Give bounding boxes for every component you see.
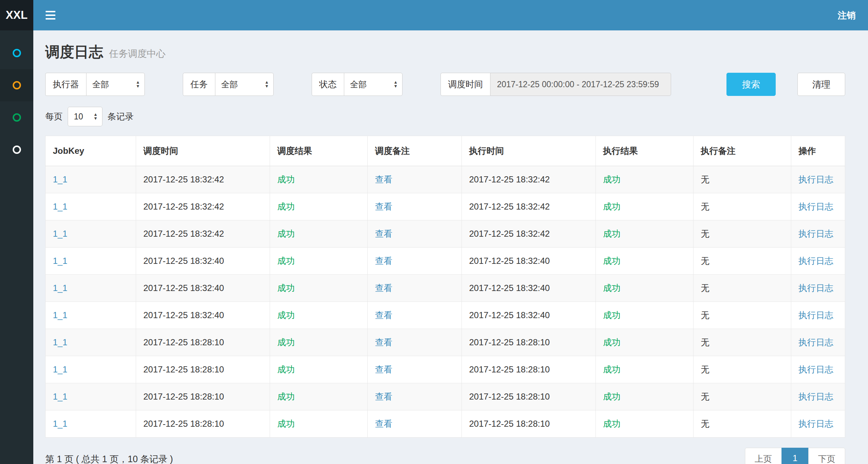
app-logo[interactable]: XXL [0,0,33,30]
status-filter: 状态 全部 ▲▼ [312,73,403,96]
filter-toolbar: 执行器 全部 ▲▼ 任务 全部 ▲▼ 状态 全部 ▲▼ [45,73,845,96]
execute-log-link[interactable]: 执行日志 [799,337,833,347]
handle-time-cell: 2017-12-25 18:28:10 [469,364,550,374]
column-header: 执行结果 [596,136,694,166]
jobkey-link[interactable]: 1_1 [53,202,67,211]
table-row: 1_12017-12-25 18:28:10成功查看2017-12-25 18:… [46,329,845,356]
sidebar-item-4[interactable] [0,134,33,166]
table-row: 1_12017-12-25 18:32:42成功查看2017-12-25 18:… [46,166,845,193]
trigger-msg-link[interactable]: 查看 [375,310,392,320]
table-row: 1_12017-12-25 18:32:40成功查看2017-12-25 18:… [46,248,845,275]
execute-log-link[interactable]: 执行日志 [799,310,833,320]
search-button[interactable]: 搜索 [726,73,776,96]
select-stepper-icon: ▲▼ [265,80,269,88]
handle-time-cell: 2017-12-25 18:28:10 [469,337,550,347]
table-row: 1_12017-12-25 18:32:40成功查看2017-12-25 18:… [46,302,845,329]
logout-link[interactable]: 注销 [838,9,856,21]
status-filter-select[interactable]: 全部 ▲▼ [344,73,403,96]
trigger-time-cell: 2017-12-25 18:28:10 [143,392,224,401]
jobkey-link[interactable]: 1_1 [53,364,67,374]
sidebar-item-2[interactable] [0,69,33,101]
sidebar-toggle-menu-icon[interactable] [39,6,62,25]
sidebar-item-3[interactable] [0,101,33,134]
circle-icon [13,145,21,154]
handle-msg-cell: 无 [701,337,709,347]
trigger-msg-link[interactable]: 查看 [375,364,392,374]
page-size-select[interactable]: 10 ▲▼ [68,107,102,126]
table-row: 1_12017-12-25 18:32:40成功查看2017-12-25 18:… [46,275,845,302]
trigger-time-cell: 2017-12-25 18:32:40 [143,256,224,266]
jobkey-link[interactable]: 1_1 [53,174,67,184]
table-row: 1_12017-12-25 18:28:10成功查看2017-12-25 18:… [46,383,845,410]
execute-log-link[interactable]: 执行日志 [799,419,833,429]
handle-result-cell: 成功 [603,392,620,401]
prev-page-button[interactable]: 上页 [745,448,782,464]
execute-log-link[interactable]: 执行日志 [799,229,833,239]
jobkey-link[interactable]: 1_1 [53,310,67,320]
page-size-selected-value: 10 [74,112,83,122]
trigger-time-cell: 2017-12-25 18:32:40 [143,310,224,320]
next-page-button[interactable]: 下页 [808,448,845,464]
execute-log-link[interactable]: 执行日志 [799,174,833,184]
jobkey-link[interactable]: 1_1 [53,229,67,239]
select-stepper-icon: ▲▼ [393,80,398,88]
handle-msg-cell: 无 [701,310,709,320]
trigger-time-cell: 2017-12-25 18:28:10 [143,364,224,374]
trigger-time-cell: 2017-12-25 18:32:40 [143,283,224,293]
trigger-msg-link[interactable]: 查看 [375,229,392,239]
trigger-result-cell: 成功 [277,364,295,374]
column-header: JobKey [46,136,136,166]
trigger-time-cell: 2017-12-25 18:28:10 [143,337,224,347]
handle-msg-cell: 无 [701,202,709,211]
trigger-result-cell: 成功 [277,392,295,401]
trigger-msg-link[interactable]: 查看 [375,202,392,211]
execute-log-link[interactable]: 执行日志 [799,283,833,293]
trigger-time-filter: 调度时间 2017-12-25 00:00:00 - 2017-12-25 23… [441,73,671,96]
handle-time-cell: 2017-12-25 18:28:10 [469,419,550,429]
trigger-msg-link[interactable]: 查看 [375,174,392,184]
executor-filter-select[interactable]: 全部 ▲▼ [86,73,145,96]
sidebar-item-1[interactable] [0,37,33,69]
trigger-result-cell: 成功 [277,229,295,239]
execute-log-link[interactable]: 执行日志 [799,256,833,266]
handle-result-cell: 成功 [603,283,620,293]
job-selected-value: 全部 [221,79,238,90]
trigger-time-cell: 2017-12-25 18:32:42 [143,229,224,239]
handle-time-cell: 2017-12-25 18:32:40 [469,256,550,266]
handle-msg-cell: 无 [701,174,709,184]
trigger-msg-link[interactable]: 查看 [375,256,392,266]
trigger-msg-link[interactable]: 查看 [375,337,392,347]
trigger-msg-link[interactable]: 查看 [375,392,392,401]
trigger-msg-link[interactable]: 查看 [375,283,392,293]
handle-result-cell: 成功 [603,310,620,320]
clear-button[interactable]: 清理 [797,73,845,96]
handle-time-cell: 2017-12-25 18:32:42 [469,229,550,239]
page-subtitle: 任务调度中心 [109,48,165,59]
jobkey-link[interactable]: 1_1 [53,283,67,293]
handle-result-cell: 成功 [603,364,620,374]
column-header: 执行时间 [462,136,596,166]
column-header: 调度备注 [368,136,462,166]
trigger-result-cell: 成功 [277,283,295,293]
log-table: JobKey调度时间调度结果调度备注执行时间执行结果执行备注操作 1_12017… [45,136,845,438]
trigger-result-cell: 成功 [277,419,295,429]
trigger-msg-link[interactable]: 查看 [375,419,392,429]
execute-log-link[interactable]: 执行日志 [799,364,833,374]
job-filter-select[interactable]: 全部 ▲▼ [215,73,274,96]
current-page-button[interactable]: 1 [781,448,809,464]
jobkey-link[interactable]: 1_1 [53,337,67,347]
jobkey-link[interactable]: 1_1 [53,392,67,401]
handle-result-cell: 成功 [603,229,620,239]
executor-selected-value: 全部 [92,79,109,90]
table-header-row: JobKey调度时间调度结果调度备注执行时间执行结果执行备注操作 [46,136,845,166]
jobkey-link[interactable]: 1_1 [53,419,67,429]
trigger-time-range-input[interactable]: 2017-12-25 00:00:00 - 2017-12-25 23:59:5… [490,73,671,96]
execute-log-link[interactable]: 执行日志 [799,392,833,401]
page-size-suffix-label: 条记录 [108,111,134,122]
select-stepper-icon: ▲▼ [93,113,98,121]
top-navbar: XXL 注销 [0,0,868,30]
jobkey-link[interactable]: 1_1 [53,256,67,266]
circle-icon [13,113,21,122]
execute-log-link[interactable]: 执行日志 [799,202,833,211]
handle-result-cell: 成功 [603,174,620,184]
